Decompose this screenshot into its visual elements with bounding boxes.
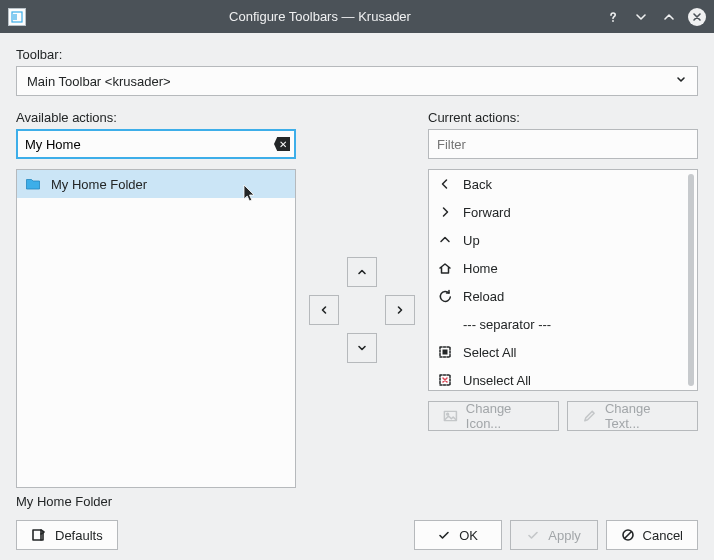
chev-left-icon [437,176,453,192]
svg-line-11 [624,532,631,539]
list-item[interactable]: --- separator --- [429,310,697,338]
titlebar: Configure Toolbars — Krusader [0,0,714,33]
svg-rect-9 [33,530,41,540]
list-item[interactable]: Select All [429,338,697,366]
list-item[interactable]: Reload [429,282,697,310]
toolbar-select-value: Main Toolbar <krusader> [27,74,171,89]
ban-icon [621,528,635,542]
chev-right-icon [437,204,453,220]
maximize-button[interactable] [660,8,678,26]
change-icon-button[interactable]: Change Icon... [428,401,559,431]
list-item-label: Back [463,177,492,192]
chev-up-icon [437,232,453,248]
pencil-icon [582,408,597,424]
folder-icon [25,176,41,192]
list-item-label: --- separator --- [463,317,551,332]
ok-label: OK [459,528,478,543]
list-item[interactable]: Forward [429,198,697,226]
help-button[interactable] [604,8,622,26]
image-icon [443,408,458,424]
list-item[interactable]: Up [429,226,697,254]
clear-filter-button[interactable] [274,137,290,151]
svg-point-3 [612,20,614,22]
available-filter-input[interactable] [16,129,296,159]
list-item-label: Unselect All [463,373,531,388]
list-item-label: My Home Folder [51,177,147,192]
move-up-button[interactable] [347,257,377,287]
close-button[interactable] [688,8,706,26]
list-item-label: Reload [463,289,504,304]
available-list[interactable]: My Home Folder [16,169,296,488]
check-icon [526,528,540,542]
list-item-label: Up [463,233,480,248]
select-all-icon [437,344,453,360]
scrollbar[interactable] [688,174,694,386]
blank-icon [437,316,453,332]
defaults-button[interactable]: Defaults [16,520,118,550]
minimize-button[interactable] [632,8,650,26]
cancel-button[interactable]: Cancel [606,520,698,550]
reload-icon [437,288,453,304]
list-item[interactable]: Home [429,254,697,282]
check-icon [437,528,451,542]
list-item-label: Forward [463,205,511,220]
list-item[interactable]: Unselect All [429,366,697,391]
apply-label: Apply [548,528,581,543]
cancel-label: Cancel [643,528,683,543]
svg-rect-5 [443,350,448,355]
move-down-button[interactable] [347,333,377,363]
ok-button[interactable]: OK [414,520,502,550]
restore-icon [31,527,47,543]
defaults-label: Defaults [55,528,103,543]
apply-button[interactable]: Apply [510,520,598,550]
status-text: My Home Folder [16,494,698,512]
remove-button[interactable] [309,295,339,325]
list-item[interactable]: My Home Folder [17,170,295,198]
home-icon [437,260,453,276]
change-text-label: Change Text... [605,401,683,431]
change-icon-label: Change Icon... [466,401,544,431]
change-text-button[interactable]: Change Text... [567,401,698,431]
svg-point-8 [447,413,449,415]
chevron-down-icon [675,74,687,89]
toolbar-label: Toolbar: [16,47,698,62]
window-title: Configure Toolbars — Krusader [36,9,604,24]
list-item-label: Select All [463,345,516,360]
window-controls [604,8,706,26]
list-item-label: Home [463,261,498,276]
current-label: Current actions: [428,110,698,125]
add-button[interactable] [385,295,415,325]
available-label: Available actions: [16,110,296,125]
unselect-all-icon [437,372,453,388]
move-buttons [304,104,420,488]
app-icon [8,8,26,26]
list-item[interactable]: Back [429,170,697,198]
toolbar-select[interactable]: Main Toolbar <krusader> [16,66,698,96]
current-list[interactable]: BackForwardUpHomeReload--- separator ---… [428,169,698,391]
current-filter-input[interactable] [428,129,698,159]
